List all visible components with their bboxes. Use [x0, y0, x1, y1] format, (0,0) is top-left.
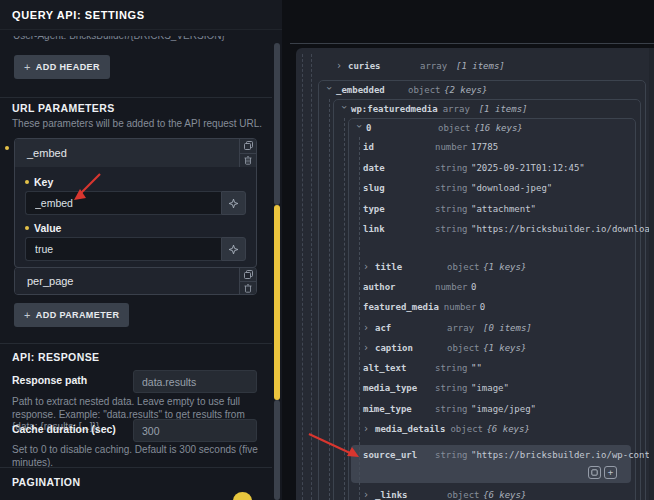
url-parameters-heading: URL PARAMETERS [12, 102, 115, 114]
tree-value: "" [471, 363, 482, 373]
parameter-title[interactable]: per_page [15, 268, 239, 294]
tree-key: 0 [366, 123, 438, 133]
tree-row-author[interactable]: author number 0 [349, 277, 635, 298]
tree-row-mime-type[interactable]: mime_type string "image/jpeg" [349, 399, 635, 420]
tree-type: string [435, 363, 469, 373]
tree-type: string [435, 450, 469, 460]
tree-key: _embedded [336, 85, 408, 95]
tree-row-id[interactable]: id number 17785 [349, 137, 635, 158]
chevron-right-icon[interactable]: › [363, 343, 375, 353]
scrollbar-track[interactable] [274, 43, 280, 205]
chevron-right-icon[interactable]: › [336, 61, 348, 71]
parameter-card-header[interactable]: per_page [15, 268, 256, 294]
scrollbar-track[interactable] [649, 48, 654, 500]
add-parameter-button[interactable]: + ADD PARAMETER [14, 303, 129, 327]
tree-key: slug [363, 183, 435, 193]
tree-value: 0 [471, 282, 476, 292]
dynamic-data-icon [228, 198, 239, 209]
insert-field-button[interactable]: + [604, 466, 617, 479]
chevron-down-icon[interactable]: › [354, 123, 364, 135]
dynamic-data-button[interactable] [221, 191, 246, 215]
divider [0, 97, 272, 98]
tree-row-featured-media[interactable]: featured_media number 0 [349, 297, 635, 318]
settings-panel: QUERY API: SETTINGS User-Agent: BricksBu… [0, 0, 282, 500]
tree-row-alt-text[interactable]: alt_text string "" [349, 358, 635, 379]
chevron-right-icon[interactable]: › [363, 424, 375, 434]
parameter-actions [239, 139, 256, 167]
tree-row-curies[interactable]: › curies array [1 items] [296, 56, 654, 76]
tree-meta: {2 keys} [444, 85, 487, 95]
tree-meta: [1 items] [456, 61, 505, 71]
plus-icon: + [24, 311, 31, 319]
chevron-right-icon[interactable]: › [363, 323, 375, 333]
duplicate-parameter-button[interactable] [240, 139, 256, 153]
parameter-card-header[interactable]: _embed [15, 139, 256, 167]
tree-type: object [447, 490, 481, 500]
field-action-buttons: + [351, 465, 631, 483]
tree-row-slug[interactable]: slug string "download-jpeg" [349, 178, 635, 199]
cache-duration-help: Set to 0 to disable caching. Default is … [12, 444, 268, 469]
tree-key: media_details [375, 424, 450, 434]
pagination-heading: PAGINATION [12, 476, 80, 488]
tree-meta: [1 items] [479, 104, 528, 114]
tree-key: author [363, 282, 435, 292]
tree-type: array [447, 323, 481, 333]
tree-value: "attachment" [471, 204, 536, 214]
json-tree: › curies array [1 items] › _embedded obj… [296, 56, 654, 500]
tree-row-links[interactable]: › _links object {6 keys} [349, 485, 635, 500]
dynamic-data-icon [228, 244, 239, 255]
chevron-right-icon[interactable]: › [363, 490, 375, 500]
page-title: QUERY API: SETTINGS [12, 9, 145, 21]
preview-field-button[interactable] [588, 466, 601, 479]
duplicate-parameter-button[interactable] [240, 268, 256, 281]
tree-row-media-details[interactable]: › media_details object {6 keys} [349, 419, 635, 439]
key-input[interactable] [25, 191, 221, 215]
tree-type: number [435, 282, 469, 292]
tree-key: caption [375, 343, 447, 353]
chevron-down-icon[interactable]: › [324, 85, 334, 97]
tree-row-source-url[interactable]: source_url string "https://bricksbuilder… [351, 445, 631, 465]
dynamic-data-button[interactable] [221, 237, 246, 261]
tree-row-featuredmedia[interactable]: › wp:featuredmedia array [1 items] [334, 100, 640, 118]
tree-group-embedded: › _embedded object {2 keys} › wp:feature… [318, 80, 646, 500]
modified-indicator-dot [25, 180, 29, 184]
tree-key: date [363, 163, 435, 173]
api-response-heading: API: RESPONSE [12, 351, 99, 363]
tree-row-media-type[interactable]: media_type string "image" [349, 378, 635, 399]
chevron-down-icon[interactable]: › [339, 104, 349, 116]
tree-row-link[interactable]: link string "https://bricksbuilder.io/do… [349, 219, 635, 240]
scrollbar-track[interactable] [274, 400, 280, 500]
tree-row-date[interactable]: date string "2025-09-21T01:12:45" [349, 158, 635, 179]
delete-parameter-button[interactable] [240, 281, 256, 294]
response-path-input[interactable] [133, 370, 257, 393]
tree-type: number [435, 142, 469, 152]
tree-value: "download-jpeg" [471, 183, 552, 193]
key-label: Key [25, 176, 246, 188]
tree-type: string [435, 204, 469, 214]
tree-type: object [450, 424, 484, 434]
divider [290, 43, 654, 44]
value-input[interactable] [25, 237, 221, 261]
trash-icon [244, 284, 252, 293]
delete-parameter-button[interactable] [240, 153, 256, 168]
json-tree-panel: › curies array [1 items] › _embedded obj… [296, 48, 654, 500]
chevron-right-icon[interactable]: › [363, 262, 375, 272]
query-api-settings-window: QUERY API: SETTINGS User-Agent: BricksBu… [0, 0, 654, 500]
tree-row-item-0[interactable]: › 0 object {16 keys} [349, 119, 635, 137]
cache-duration-label: Cache duration (sec) [12, 423, 116, 435]
tree-key: media_type [363, 383, 435, 393]
tree-meta: [0 items] [483, 323, 532, 333]
tree-row-embedded[interactable]: › _embedded object {2 keys} [319, 81, 645, 99]
tree-key: source_url [363, 450, 435, 460]
parameter-card-embed: _embed Key [14, 138, 257, 268]
scrollbar-thumb[interactable] [274, 205, 280, 400]
tree-row-type[interactable]: type string "attachment" [349, 199, 635, 220]
tree-row-acf[interactable]: › acf array [0 items] [349, 318, 635, 338]
tree-key: type [363, 204, 435, 214]
tree-row-title[interactable]: › title object {1 keys} [349, 257, 635, 277]
parameter-title[interactable]: _embed [15, 139, 239, 167]
cache-duration-input[interactable] [133, 419, 257, 442]
tree-row-caption[interactable]: › caption object {1 keys} [349, 338, 635, 358]
tree-type: object [447, 262, 481, 272]
add-header-button[interactable]: + ADD HEADER [14, 55, 110, 79]
